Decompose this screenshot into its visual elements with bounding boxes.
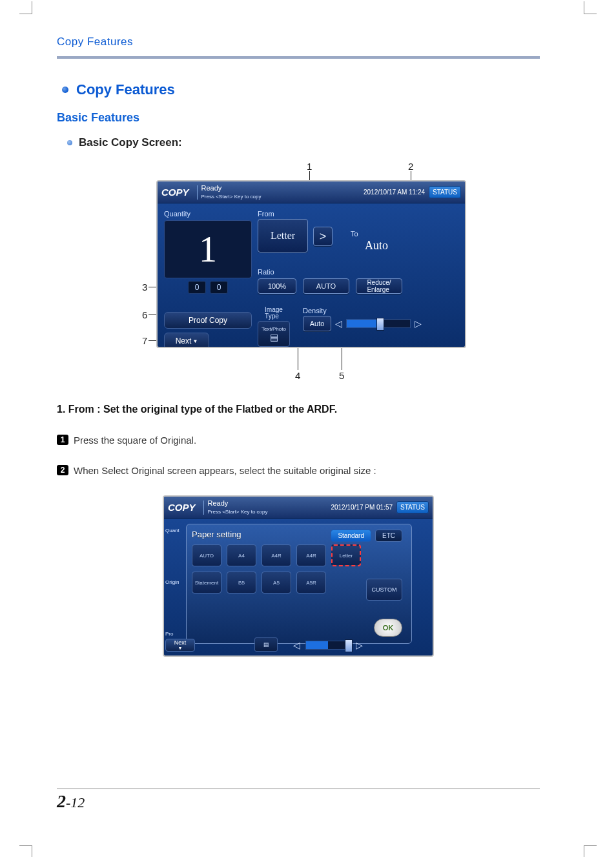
document-icon: ▤ <box>270 332 278 342</box>
quantity-value: 1 <box>164 220 252 278</box>
callout-3: 3 <box>142 282 147 293</box>
from-label: From <box>258 210 308 218</box>
size-option-auto[interactable]: AUTO <box>192 544 221 566</box>
panel2-image-type-icon: ▤ <box>254 637 278 652</box>
callout-6: 6 <box>142 309 147 320</box>
size-option-a4r[interactable]: A4R <box>262 544 291 566</box>
callout-5: 5 <box>339 370 344 381</box>
proof-copy-button[interactable]: Proof Copy <box>164 312 252 329</box>
step-1-text: Press the square of Original. <box>74 435 196 446</box>
callout-7: 7 <box>142 335 147 346</box>
next-button[interactable]: Next ▼ <box>164 333 209 348</box>
page-header: Copy Features <box>57 36 540 54</box>
callout-2: 2 <box>408 161 413 172</box>
reduce-enlarge-button[interactable]: Reduce/ Enlarge <box>356 278 402 294</box>
basic-copy-item: Basic Copy Screen: <box>67 136 540 149</box>
tab-standard[interactable]: Standard <box>331 530 371 542</box>
page-number: 2-12 <box>57 791 85 812</box>
step-2-text: When Select Original screen appears, sel… <box>74 465 376 476</box>
size-option-statement[interactable]: Statement <box>192 572 221 594</box>
quantity-label: Quantity <box>164 210 252 218</box>
from-tile[interactable]: Letter <box>258 219 308 253</box>
step-1-badge: 1 <box>57 435 68 445</box>
item-1-heading: 1. From : Set the original type of the F… <box>57 404 540 415</box>
left-origin-hint: Origin <box>165 575 185 588</box>
density-auto-button[interactable]: Auto <box>303 316 331 331</box>
ratio-value: 100% <box>258 278 296 294</box>
chevron-down-icon: ▼ <box>192 338 198 344</box>
size-option-a4r[interactable]: A4R <box>296 544 326 566</box>
left-quantity-hint: Quant <box>165 524 185 537</box>
image-type-button[interactable]: Text/Photo ▤ <box>258 321 290 347</box>
quantity-mini-2: 0 <box>210 281 228 294</box>
footer-rule <box>57 789 540 789</box>
chevron-down-icon: ▼ <box>178 646 183 650</box>
density-increase-icon[interactable]: ▷ <box>415 318 422 329</box>
basic-copy-label: Basic Copy Screen: <box>79 136 182 149</box>
callout-4: 4 <box>295 370 300 381</box>
panel2-status-button[interactable]: STATUS <box>396 501 429 513</box>
custom-size-button[interactable]: CUSTOM <box>366 579 402 601</box>
step-2-badge: 2 <box>57 465 68 475</box>
panel-ready: Ready <box>201 184 222 192</box>
panel2-datetime: 2012/10/17 PM 01:57 <box>331 504 396 511</box>
section-title: Copy Features <box>76 81 175 98</box>
density-decrease-icon[interactable]: ◁ <box>335 318 342 329</box>
status-button[interactable]: STATUS <box>429 186 461 198</box>
panel-datetime: 2012/10/17 AM 11:24 <box>364 189 429 196</box>
paper-setting-panel: COPY Ready Press <Start> Key to copy 201… <box>163 495 434 657</box>
density-label: Density <box>303 307 422 315</box>
size-option-letter[interactable]: Letter <box>331 544 361 566</box>
panel2-density-increase-icon[interactable]: ▷ <box>356 640 363 650</box>
basic-features-heading: Basic Features <box>57 111 540 125</box>
section-bullet-icon <box>62 87 68 93</box>
paper-setting-dialog: Paper setting Standard ETC AUTOA4A4RA4RL… <box>186 524 412 644</box>
tab-etc[interactable]: ETC <box>375 530 402 542</box>
bullet-icon <box>67 140 72 145</box>
section-heading: Copy Features <box>62 81 540 98</box>
size-option-a4[interactable]: A4 <box>227 544 256 566</box>
size-option-b5[interactable]: B5 <box>227 572 256 594</box>
panel2-ready: Ready <box>208 499 229 507</box>
density-slider[interactable] <box>346 319 411 328</box>
panel2-next-label: Next <box>174 640 187 646</box>
copy-screen-panel: COPY Ready Press <Start> Key to copy 201… <box>156 180 466 348</box>
next-label: Next <box>176 336 192 346</box>
left-pro-hint: Pro <box>165 627 185 640</box>
size-option-a5[interactable]: A5 <box>262 572 291 594</box>
panel2-hint: Press <Start> Key to copy <box>208 509 268 515</box>
panel2-title: COPY <box>168 502 196 513</box>
arrow-icon: > <box>313 227 333 246</box>
image-type-label: Image Type <box>265 307 283 320</box>
panel-hint: Press <Start> Key to copy <box>201 194 262 200</box>
quantity-mini-1: 0 <box>188 281 206 294</box>
panel-title: COPY <box>161 187 189 198</box>
ok-button[interactable]: OK <box>374 619 402 637</box>
figure-1: 1 2 3 4 5 6 7 COPY Ready Press <Start> K… <box>118 161 479 380</box>
panel2-next-button[interactable]: Next ▼ <box>165 639 195 652</box>
to-label: To <box>351 230 402 238</box>
ratio-label: Ratio <box>258 268 458 276</box>
header-rule <box>57 56 540 59</box>
panel2-density-slider[interactable] <box>305 641 351 650</box>
panel2-density-decrease-icon[interactable]: ◁ <box>293 640 300 650</box>
auto-button[interactable]: AUTO <box>303 278 349 294</box>
callout-1: 1 <box>307 161 312 172</box>
to-value[interactable]: Auto <box>351 239 402 253</box>
image-type-sublabel: Text/Photo <box>262 326 286 332</box>
size-option-a5r[interactable]: A5R <box>296 572 326 594</box>
